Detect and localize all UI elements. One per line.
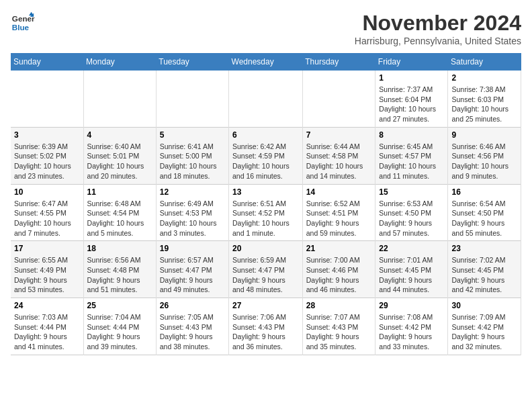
day-info: Sunrise: 6:39 AM Sunset: 5:02 PM Dayligh… (14, 142, 80, 181)
calendar-cell (302, 71, 375, 127)
calendar-cell: 16Sunrise: 6:54 AM Sunset: 4:50 PM Dayli… (448, 184, 521, 241)
day-info: Sunrise: 7:04 AM Sunset: 4:44 PM Dayligh… (87, 312, 152, 352)
calendar-cell: 3Sunrise: 6:39 AM Sunset: 5:02 PM Daylig… (11, 127, 83, 184)
location: Harrisburg, Pennsylvania, United States (355, 36, 521, 46)
day-info: Sunrise: 6:57 AM Sunset: 4:47 PM Dayligh… (160, 255, 225, 295)
calendar-cell: 25Sunrise: 7:04 AM Sunset: 4:44 PM Dayli… (83, 298, 156, 355)
day-info: Sunrise: 6:40 AM Sunset: 5:01 PM Dayligh… (87, 142, 152, 181)
calendar-cell: 27Sunrise: 7:06 AM Sunset: 4:43 PM Dayli… (229, 298, 303, 355)
day-info: Sunrise: 6:53 AM Sunset: 4:50 PM Dayligh… (379, 199, 444, 238)
day-info: Sunrise: 7:37 AM Sunset: 6:04 PM Dayligh… (379, 85, 444, 124)
day-number: 17 (14, 244, 80, 253)
day-info: Sunrise: 6:44 AM Sunset: 4:58 PM Dayligh… (306, 142, 372, 181)
day-header-sunday: Sunday (11, 53, 83, 71)
calendar-cell: 21Sunrise: 7:00 AM Sunset: 4:46 PM Dayli… (302, 241, 375, 298)
day-info: Sunrise: 6:45 AM Sunset: 4:57 PM Dayligh… (379, 142, 444, 181)
calendar-cell (156, 71, 228, 127)
calendar-cell: 15Sunrise: 6:53 AM Sunset: 4:50 PM Dayli… (375, 184, 448, 241)
day-info: Sunrise: 7:38 AM Sunset: 6:03 PM Dayligh… (451, 85, 517, 124)
calendar-cell: 2Sunrise: 7:38 AM Sunset: 6:03 PM Daylig… (448, 71, 521, 127)
day-header-thursday: Thursday (302, 53, 375, 71)
day-header-tuesday: Tuesday (156, 53, 228, 71)
day-info: Sunrise: 6:49 AM Sunset: 4:53 PM Dayligh… (160, 199, 225, 238)
day-info: Sunrise: 6:51 AM Sunset: 4:52 PM Dayligh… (232, 199, 299, 238)
title-area: November 2024 Harrisburg, Pennsylvania, … (355, 11, 521, 46)
day-info: Sunrise: 6:41 AM Sunset: 5:00 PM Dayligh… (160, 142, 225, 181)
day-number: 7 (306, 130, 372, 140)
day-number: 25 (87, 301, 152, 310)
day-header-wednesday: Wednesday (229, 53, 303, 71)
day-number: 3 (14, 130, 80, 140)
day-number: 12 (160, 187, 225, 197)
day-number: 2 (451, 73, 517, 83)
day-number: 8 (379, 130, 444, 140)
week-row-0: 1Sunrise: 7:37 AM Sunset: 6:04 PM Daylig… (11, 71, 521, 127)
day-info: Sunrise: 7:02 AM Sunset: 4:45 PM Dayligh… (451, 255, 517, 295)
day-header-saturday: Saturday (448, 53, 521, 71)
day-info: Sunrise: 7:07 AM Sunset: 4:43 PM Dayligh… (306, 312, 372, 352)
logo-icon: General Blue (11, 11, 35, 35)
day-info: Sunrise: 6:56 AM Sunset: 4:48 PM Dayligh… (87, 255, 152, 295)
calendar-table: SundayMondayTuesdayWednesdayThursdayFrid… (11, 53, 521, 355)
day-number: 19 (160, 244, 225, 253)
calendar-cell: 11Sunrise: 6:48 AM Sunset: 4:54 PM Dayli… (83, 184, 156, 241)
week-row-1: 3Sunrise: 6:39 AM Sunset: 5:02 PM Daylig… (11, 127, 521, 184)
calendar-cell: 24Sunrise: 7:03 AM Sunset: 4:44 PM Dayli… (11, 298, 83, 355)
day-info: Sunrise: 6:52 AM Sunset: 4:51 PM Dayligh… (306, 199, 372, 238)
calendar-cell: 26Sunrise: 7:05 AM Sunset: 4:43 PM Dayli… (156, 298, 228, 355)
day-header-friday: Friday (375, 53, 448, 71)
day-number: 1 (379, 73, 444, 83)
week-row-3: 17Sunrise: 6:55 AM Sunset: 4:49 PM Dayli… (11, 241, 521, 298)
logo: General Blue (11, 11, 35, 35)
week-row-4: 24Sunrise: 7:03 AM Sunset: 4:44 PM Dayli… (11, 298, 521, 355)
day-number: 22 (379, 244, 444, 253)
month-title: November 2024 (355, 11, 521, 36)
day-info: Sunrise: 6:54 AM Sunset: 4:50 PM Dayligh… (451, 199, 517, 238)
day-number: 18 (87, 244, 152, 253)
calendar-cell (83, 71, 156, 127)
day-number: 21 (306, 244, 372, 253)
calendar-cell: 19Sunrise: 6:57 AM Sunset: 4:47 PM Dayli… (156, 241, 228, 298)
day-info: Sunrise: 6:55 AM Sunset: 4:49 PM Dayligh… (14, 255, 80, 295)
day-number: 26 (160, 301, 225, 310)
calendar-cell: 6Sunrise: 6:42 AM Sunset: 4:59 PM Daylig… (229, 127, 303, 184)
day-number: 20 (232, 244, 299, 253)
day-number: 13 (232, 187, 299, 197)
day-number: 10 (14, 187, 80, 197)
day-number: 30 (451, 301, 517, 310)
day-info: Sunrise: 6:42 AM Sunset: 4:59 PM Dayligh… (232, 142, 299, 181)
day-info: Sunrise: 7:09 AM Sunset: 4:42 PM Dayligh… (451, 312, 517, 352)
calendar-cell: 28Sunrise: 7:07 AM Sunset: 4:43 PM Dayli… (302, 298, 375, 355)
calendar-cell: 12Sunrise: 6:49 AM Sunset: 4:53 PM Dayli… (156, 184, 228, 241)
day-info: Sunrise: 6:59 AM Sunset: 4:47 PM Dayligh… (232, 255, 299, 295)
calendar-cell: 1Sunrise: 7:37 AM Sunset: 6:04 PM Daylig… (375, 71, 448, 127)
day-number: 16 (451, 187, 517, 197)
day-number: 11 (87, 187, 152, 197)
calendar-cell (11, 71, 83, 127)
day-header-monday: Monday (83, 53, 156, 71)
header-row: SundayMondayTuesdayWednesdayThursdayFrid… (11, 53, 521, 71)
header: General Blue November 2024 Harrisburg, P… (11, 11, 521, 46)
calendar-cell: 8Sunrise: 6:45 AM Sunset: 4:57 PM Daylig… (375, 127, 448, 184)
day-number: 4 (87, 130, 152, 140)
day-number: 6 (232, 130, 299, 140)
day-info: Sunrise: 7:06 AM Sunset: 4:43 PM Dayligh… (232, 312, 299, 352)
svg-text:Blue: Blue (12, 23, 30, 32)
day-info: Sunrise: 6:46 AM Sunset: 4:56 PM Dayligh… (451, 142, 517, 181)
calendar-cell: 30Sunrise: 7:09 AM Sunset: 4:42 PM Dayli… (448, 298, 521, 355)
calendar-cell: 9Sunrise: 6:46 AM Sunset: 4:56 PM Daylig… (448, 127, 521, 184)
day-info: Sunrise: 7:00 AM Sunset: 4:46 PM Dayligh… (306, 255, 372, 295)
day-number: 5 (160, 130, 225, 140)
calendar-cell: 14Sunrise: 6:52 AM Sunset: 4:51 PM Dayli… (302, 184, 375, 241)
day-number: 23 (451, 244, 517, 253)
day-info: Sunrise: 6:48 AM Sunset: 4:54 PM Dayligh… (87, 199, 152, 238)
day-number: 29 (379, 301, 444, 310)
day-number: 28 (306, 301, 372, 310)
week-row-2: 10Sunrise: 6:47 AM Sunset: 4:55 PM Dayli… (11, 184, 521, 241)
day-info: Sunrise: 7:05 AM Sunset: 4:43 PM Dayligh… (160, 312, 225, 352)
day-info: Sunrise: 7:03 AM Sunset: 4:44 PM Dayligh… (14, 312, 80, 352)
day-info: Sunrise: 7:08 AM Sunset: 4:42 PM Dayligh… (379, 312, 444, 352)
calendar-cell: 29Sunrise: 7:08 AM Sunset: 4:42 PM Dayli… (375, 298, 448, 355)
calendar-cell: 10Sunrise: 6:47 AM Sunset: 4:55 PM Dayli… (11, 184, 83, 241)
day-info: Sunrise: 6:47 AM Sunset: 4:55 PM Dayligh… (14, 199, 80, 238)
